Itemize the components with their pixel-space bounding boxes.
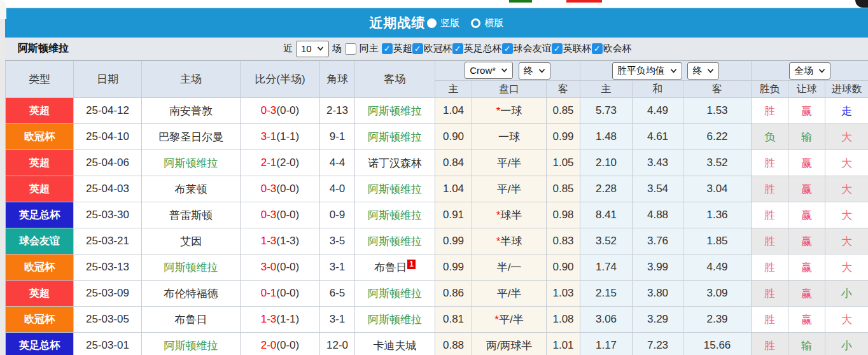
recent-label: 近 bbox=[283, 43, 293, 55]
away-team-name: 卡迪夫城 bbox=[374, 340, 417, 352]
match-row: 英超25-04-03布莱顿0-3(0-0)4-0阿斯顿维拉1.04平/半0.85… bbox=[6, 176, 868, 202]
mean-home: 8.41 bbox=[580, 202, 633, 228]
radio-unselected-icon[interactable] bbox=[471, 18, 480, 28]
home-team: 阿斯顿维拉 bbox=[142, 150, 241, 176]
away-team: 阿斯顿维拉 bbox=[355, 228, 435, 254]
recent-count-select[interactable]: 10 bbox=[296, 41, 329, 57]
match-date: 25-03-09 bbox=[74, 281, 142, 307]
chevron-down-icon bbox=[707, 69, 714, 73]
result-cell: 胜 bbox=[752, 150, 788, 176]
match-date: 25-04-10 bbox=[74, 124, 142, 150]
result-cell: 胜 bbox=[752, 176, 788, 202]
match-date: 25-03-21 bbox=[74, 228, 142, 254]
match-row: 英足总杯25-03-01阿斯顿维拉2-0(0-0)12-0卡迪夫城0.88两/两… bbox=[6, 333, 868, 355]
corners-cell: 3-1 bbox=[320, 307, 355, 333]
panel-content: 近期战绩 竖版 横版 阿斯顿维拉 近 10 场 同主 ✓英超✓欧冠杯✓英足总杯✓… bbox=[5, 8, 868, 355]
mean-away: 1.53 bbox=[683, 98, 752, 124]
col-header-odds-away: 客 bbox=[547, 81, 580, 98]
home-team: 阿斯顿维拉 bbox=[142, 254, 241, 281]
col-header-corner: 角球 bbox=[320, 61, 355, 98]
odds-away: 0.85 bbox=[547, 176, 580, 202]
col-header-type: 类型 bbox=[6, 61, 74, 98]
match-row: 球会友谊25-03-21艾因1-3(1-3)3-5阿斯顿维拉0.99*半球0.8… bbox=[6, 228, 868, 254]
radio-vertical-label[interactable]: 竖版 bbox=[441, 17, 460, 29]
checked-checkbox-icon[interactable]: ✓ bbox=[592, 43, 603, 54]
league-type-badge: 球会友谊 bbox=[6, 228, 74, 254]
home-team-name: 布莱顿 bbox=[175, 183, 207, 195]
clipped-top-strip bbox=[0, 0, 868, 8]
panel-title: 近期战绩 bbox=[370, 14, 426, 32]
bookmaker-select[interactable]: Crow* bbox=[465, 62, 513, 79]
home-team-name: 艾因 bbox=[180, 235, 202, 247]
mean-home: 2.28 bbox=[580, 176, 633, 202]
odds-home: 0.88 bbox=[435, 333, 472, 355]
radio-selected-icon[interactable] bbox=[427, 18, 437, 28]
col-header-odds-handicap: 盘口 bbox=[472, 81, 547, 98]
home-team: 布鲁日 bbox=[142, 307, 241, 333]
goals-result-cell: 大 bbox=[825, 228, 868, 254]
handicap-text: 一球 bbox=[500, 105, 522, 117]
corners-cell: 3-5 bbox=[320, 228, 355, 254]
league-filter-item: ✓英联杯 bbox=[552, 43, 592, 55]
league-filter-item: ✓欧会杯 bbox=[592, 43, 632, 55]
recent-results-panel: 近期战绩 竖版 横版 阿斯顿维拉 近 10 场 同主 ✓英超✓欧冠杯✓英足总杯✓… bbox=[0, 0, 868, 355]
home-team-name: 巴黎圣日尔曼 bbox=[158, 131, 223, 143]
odds-time-select[interactable]: 终 bbox=[519, 62, 550, 80]
halftime-score: (0-0) bbox=[276, 261, 299, 273]
same-home-checkbox[interactable] bbox=[345, 43, 356, 55]
match-date: 25-04-12 bbox=[74, 98, 142, 124]
odds-away: 1.05 bbox=[547, 150, 580, 176]
mean-draw: 3.43 bbox=[633, 150, 683, 176]
handicap-text: 半球 bbox=[500, 235, 522, 247]
result-cell: 胜 bbox=[752, 228, 788, 254]
home-team-name: 普雷斯顿 bbox=[169, 209, 213, 221]
odds-away: 1.03 bbox=[547, 281, 580, 307]
mean-type-select[interactable]: 胜平负均值 bbox=[612, 62, 682, 80]
checked-checkbox-icon[interactable]: ✓ bbox=[412, 43, 423, 54]
odds-home: 0.99 bbox=[435, 254, 472, 281]
odds-home: 0.84 bbox=[435, 150, 472, 176]
col-header-away: 客场 bbox=[355, 61, 435, 98]
checked-checkbox-icon[interactable]: ✓ bbox=[382, 43, 393, 54]
recent-count-value: 10 bbox=[301, 43, 312, 54]
col-header-home: 主场 bbox=[142, 61, 241, 98]
league-filter-item: ✓欧冠杯 bbox=[412, 43, 452, 55]
odds-away: 0.83 bbox=[547, 228, 580, 254]
checked-checkbox-icon[interactable]: ✓ bbox=[552, 43, 563, 54]
mean-home: 2.10 bbox=[580, 150, 633, 176]
mean-time-select[interactable]: 终 bbox=[687, 62, 719, 80]
odds-away: 1.01 bbox=[547, 333, 580, 355]
match-date: 25-04-03 bbox=[74, 176, 142, 202]
handicap-text: 平/半 bbox=[499, 314, 524, 326]
league-type-badge: 英超 bbox=[6, 150, 74, 176]
odds-home: 0.91 bbox=[435, 202, 472, 228]
radio-horizontal-label[interactable]: 横版 bbox=[485, 17, 504, 29]
odds-home: 0.99 bbox=[435, 228, 472, 254]
score-cell: 0-3(0-0) bbox=[241, 98, 320, 124]
corners-cell: 4-4 bbox=[320, 150, 355, 176]
away-team-name: 阿斯顿维拉 bbox=[368, 131, 422, 143]
handicap-line: 一球 bbox=[472, 124, 547, 150]
odds-away: 0.99 bbox=[547, 124, 580, 150]
odds-home: 1.04 bbox=[435, 176, 472, 202]
league-filter-item: ✓英足总杯 bbox=[452, 43, 502, 55]
fulltime-score: 1-3 bbox=[261, 313, 277, 325]
away-team: 阿斯顿维拉 bbox=[355, 98, 435, 124]
checked-checkbox-icon[interactable]: ✓ bbox=[502, 43, 513, 54]
checked-checkbox-icon[interactable]: ✓ bbox=[452, 43, 463, 54]
col-header-mean-home: 主 bbox=[580, 81, 633, 98]
score-cell: 3-1(1-1) bbox=[241, 124, 320, 150]
corners-cell: 3-1 bbox=[320, 254, 355, 281]
scope-select[interactable]: 全场 bbox=[789, 62, 830, 80]
score-cell: 0-1(0-0) bbox=[241, 281, 320, 307]
team-rank-badge: 1 bbox=[407, 260, 416, 269]
clipped-fragment bbox=[566, 0, 602, 3]
handicap-line: *一球 bbox=[472, 98, 547, 124]
mean-draw: 4.49 bbox=[633, 98, 683, 124]
league-type-badge: 英超 bbox=[6, 98, 74, 124]
result-cell: 胜 bbox=[752, 281, 788, 307]
home-team: 布伦特福德 bbox=[142, 281, 241, 307]
mean-home: 3.06 bbox=[580, 307, 633, 333]
match-row: 英超25-04-12南安普敦0-3(0-0)2-13阿斯顿维拉1.04*一球0.… bbox=[6, 98, 868, 124]
handicap-result-cell: 赢 bbox=[788, 98, 825, 124]
